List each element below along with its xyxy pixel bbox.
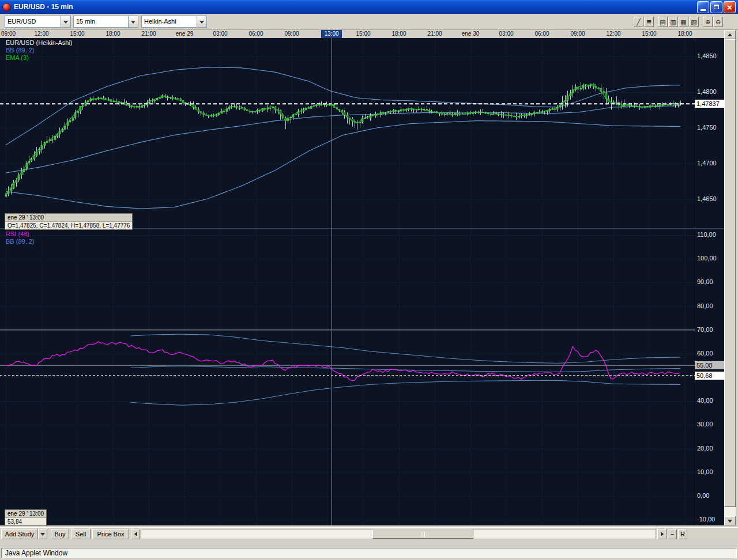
chevron-down-icon [63,21,68,26]
arrow-down-icon [728,520,732,525]
rsi-study-label: RSI (48) [6,230,35,238]
close-button[interactable]: × [724,1,736,13]
rsi-axis-label: 20,00 [697,445,713,452]
indicators-icon[interactable]: ≣ [644,17,654,27]
price-axis-label: 1,4800 [697,88,717,95]
time-tick-label: 15:00 [637,31,661,37]
price-box-button[interactable]: Price Box [92,529,129,539]
layout-single-icon[interactable]: ▤ [658,17,668,27]
chevron-down-icon [40,533,45,538]
zoom-in-icon[interactable]: ⊕ [703,17,713,27]
arrow-left-icon [132,532,137,536]
rsi-axis-label: 30,00 [697,421,713,427]
bollinger-study-label: BB (89, 2) [6,238,35,245]
last-price-tag: 1,47837 [695,100,724,108]
chart-style-select[interactable]: Heikin-Ashi [141,16,207,28]
bollinger-study-label: BB (89, 2) [6,47,73,54]
status-text: Java Applet Window [1,548,737,558]
interval-select[interactable]: 15 min [73,16,138,28]
rsi-axis-label: 80,00 [697,302,713,309]
rsi-axis-label: 60,00 [697,350,713,357]
reset-button[interactable]: R [678,529,687,539]
add-study-dropdown-button[interactable] [38,529,47,539]
rsi-axis-label: 10,00 [697,468,713,475]
symbol-select-value: EUR/USD [5,16,61,27]
rsi-panel-legend: RSI (48) BB (89, 2) [6,230,35,245]
chart-style-select-arrow[interactable] [197,16,206,27]
time-tick-label: 09:00 [1,31,25,37]
layout-split-icon[interactable]: ▥ [668,17,678,27]
time-tick-label: 18:00 [387,31,411,37]
time-tick-label: ene 30 [458,31,483,37]
tooltip-datetime: ene 29 ' 13:00 [5,510,46,518]
vertical-scrollbar-thumb[interactable] [724,39,736,507]
time-tick-label: 12:00 [601,31,626,37]
time-tick-label: 06:00 [244,31,268,37]
buy-button[interactable]: Buy [51,529,69,539]
zoom-out-icon[interactable]: ⊖ [713,17,723,27]
chart-style-select-value: Heikin-Ashi [142,16,197,27]
zoom-out-button[interactable]: − [668,529,677,539]
horizontal-scrollbar[interactable] [141,529,656,539]
sell-button[interactable]: Sell [71,529,91,539]
price-axis-label: 1,4850 [697,52,717,59]
minimize-button[interactable] [697,1,709,13]
minimize-icon [701,9,706,11]
chart-canvas[interactable] [0,38,724,525]
interval-select-value: 15 min [74,16,128,27]
rsi-axis-label: 100,00 [697,255,717,262]
price-axis-label: 1,4650 [697,195,717,202]
rsi-axis-label: 70,00 [697,326,713,333]
time-tick-label: 18:00 [673,31,697,37]
time-tick-label: 12:00 [29,31,54,37]
app-icon [2,3,11,12]
window-controls: × [697,1,738,13]
tooltip-ohlc: O=1,47825, C=1,47824, H=1,47858, L=1,477… [5,222,132,229]
symbol-select[interactable]: EUR/USD [5,16,71,28]
time-tick-label: 21:00 [137,31,161,37]
scroll-left-button[interactable] [131,529,140,539]
symbol-select-arrow[interactable] [61,16,70,27]
vertical-scrollbar[interactable] [724,30,736,525]
rsi-axis-label: 40,00 [697,397,713,404]
time-tick-label: 21:00 [423,31,447,37]
layout-grid4-icon[interactable]: ▧ [689,17,699,27]
price-axis-label: 1,4700 [697,160,717,167]
add-study-button[interactable]: Add Study [1,529,38,539]
rsi-axis-label: 90,00 [697,278,713,285]
time-axis: 09:0012:0015:0018:0021:00ene 2903:0006:0… [0,30,724,38]
grip-icon [423,532,423,537]
draw-line-icon[interactable]: ╱ [634,17,643,27]
scroll-down-button[interactable] [724,516,736,525]
time-tick-label: 15:00 [65,31,89,37]
horizontal-scrollbar-thumb[interactable] [372,529,473,539]
scroll-right-button[interactable] [657,529,667,539]
arrow-up-icon [728,31,732,36]
time-tick-label: 06:00 [530,31,554,37]
window-bottom-strip [0,540,738,547]
crosshair-time-label: 13:00 [321,30,342,38]
chevron-down-icon [199,21,204,26]
interval-select-arrow[interactable] [128,16,138,27]
price-axis-label: 1,4750 [697,124,717,131]
bottom-toolbar: Add Study Buy Sell Price Box − R [0,527,738,540]
titlebar[interactable]: EUR/USD - 15 min × [0,0,738,14]
close-icon: × [727,3,732,12]
symbol-study-label: EUR/USD (Heikin-Ashi) [6,39,73,47]
rsi-crosshair-tooltip: ene 29 ' 13:00 53,84 [5,509,47,526]
application-window: { "window": { "title": "EUR/USD - 15 min… [0,0,738,560]
time-tick-label: 09:00 [280,31,304,37]
grip-icon [421,532,421,537]
scroll-up-button[interactable] [724,30,736,39]
chart-area: EUR/USD (Heikin-Ashi) BB (89, 2) EMA (3)… [0,38,724,525]
ema-study-label: EMA (3) [6,54,73,62]
grip-icon [424,532,425,537]
maximize-button[interactable] [710,1,722,13]
tooltip-datetime: ene 29 ' 13:00 [5,214,132,222]
rsi-last-value-tag: 50,68 [695,372,724,380]
layout-grid3-icon[interactable]: ▦ [679,17,688,27]
maximize-icon [714,5,719,9]
rsi-level-tag: 55,08 [695,361,724,369]
window-title: EUR/USD - 15 min [14,3,73,11]
tooltip-rsi-value: 53,84 [5,518,46,525]
